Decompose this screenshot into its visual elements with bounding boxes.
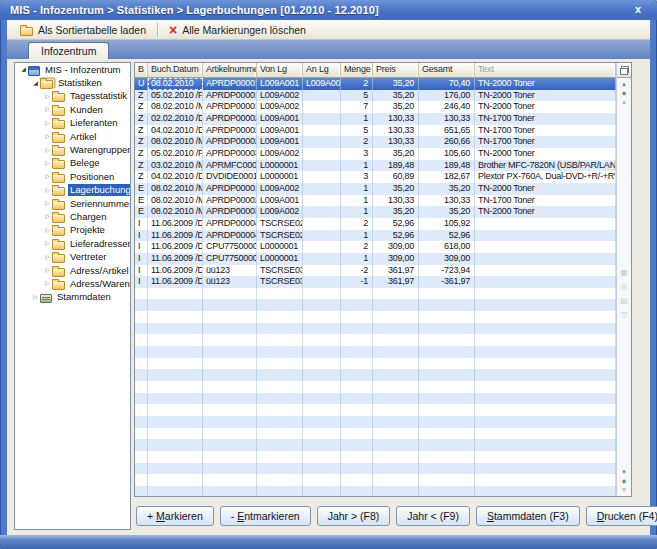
collapsed-node-icon[interactable]: ▷	[43, 144, 52, 157]
grid-row[interactable]: E08.02.2010 /MoAPRDP00001L009A002135,203…	[135, 183, 616, 195]
empty-grid-row[interactable]	[135, 381, 616, 393]
grid-row[interactable]: Z02.02.2010 /DiAPRDP00002L009A0011130,33…	[135, 113, 616, 125]
collapsed-node-icon[interactable]: ▷	[31, 291, 40, 304]
empty-grid-row[interactable]	[135, 311, 616, 323]
tree-item-vertreter[interactable]: ▷Vertreter	[15, 250, 130, 263]
collapsed-node-icon[interactable]: ▷	[43, 90, 52, 103]
grid-row[interactable]: Z05.02.2010 /FrAPRDP00003L009A002335,201…	[135, 148, 616, 160]
column-header-menge[interactable]: Menge	[341, 63, 373, 77]
empty-grid-row[interactable]	[135, 323, 616, 335]
tree-item-artikel[interactable]: ▷Artikel	[15, 130, 130, 143]
column-header-preis[interactable]: Preis	[373, 63, 419, 77]
tree-item-seriennummern[interactable]: ▷Seriennummern	[15, 197, 130, 210]
tree-item-lieferanten[interactable]: ▷Lieferanten	[15, 117, 130, 130]
tree-item-warengruppen[interactable]: ▷Warengruppen	[15, 143, 130, 156]
tree-item-stammdaten[interactable]: ▷Stammdaten	[15, 291, 130, 304]
tree-item-projekte[interactable]: ▷Projekte	[15, 224, 130, 237]
empty-grid-row[interactable]	[135, 358, 616, 370]
titlebar[interactable]: MIS - Infozentrum > Statistiken > Lagerb…	[0, 0, 657, 20]
expanded-node-icon[interactable]: ◢	[31, 77, 40, 90]
column-header-b[interactable]: B	[135, 63, 148, 77]
cell-datum-editing[interactable]: 08.02.2010	[148, 78, 203, 90]
current-record-icon[interactable]: ◆	[622, 90, 627, 96]
grid-row[interactable]: I11.06.2009 /DoCPU77500007L00000012309,0…	[135, 241, 616, 253]
tree-item-adress-warengruppen[interactable]: ▷Adress/Warengruppen	[15, 277, 130, 290]
collapsed-node-icon[interactable]: ▷	[43, 210, 52, 223]
column-header-datum[interactable]: Buch.Datum	[148, 63, 203, 77]
filter-icon[interactable]: ▽	[621, 310, 627, 319]
tree-item-adress-artikel[interactable]: ▷Adress/Artikel	[15, 264, 130, 277]
empty-grid-row[interactable]	[135, 299, 616, 311]
grid-row[interactable]: Z05.02.2010 /FrAPRDP00001L009A002535,201…	[135, 90, 616, 102]
collapsed-node-icon[interactable]: ▷	[43, 103, 52, 116]
grid-row[interactable]: I11.06.2009 /DoAPRDP00004TSCRSE02252,961…	[135, 218, 616, 230]
empty-grid-row[interactable]	[135, 346, 616, 358]
collapsed-node-icon[interactable]: ▷	[43, 237, 52, 250]
grid-row[interactable]: U08.02.2010APRDP00001L009A001L009A002235…	[135, 78, 616, 90]
collapsed-node-icon[interactable]: ▷	[43, 224, 52, 237]
scroll-end-icon[interactable]: ▼	[621, 487, 627, 493]
collapsed-node-icon[interactable]: ▷	[43, 184, 52, 197]
clear-marks-button[interactable]: × Alle Markierungen löschen	[162, 21, 313, 39]
column-header-an[interactable]: An Lg	[303, 63, 341, 77]
scroll-down-icon[interactable]: ▼	[621, 469, 627, 475]
collapsed-node-icon[interactable]: ▷	[43, 251, 52, 264]
empty-grid-row[interactable]	[135, 486, 616, 496]
empty-grid-row[interactable]	[135, 463, 616, 475]
markieren-button[interactable]: + Markieren	[136, 506, 214, 526]
empty-grid-row[interactable]	[135, 451, 616, 463]
grid-row[interactable]: Z08.02.2010 /MoAPRDP00001L009A002735,202…	[135, 101, 616, 113]
stammdaten-f3-button[interactable]: Stammdaten (F3)	[476, 506, 580, 526]
grid-row[interactable]: Z04.02.2010 /DoDVDIDE00016L0000001360,89…	[135, 171, 616, 183]
tree-item-positionen[interactable]: ▷Positionen	[15, 170, 130, 183]
grid-row[interactable]: I11.06.2009 /Doüü123TSCRSE03-2361,97-723…	[135, 265, 616, 277]
tree-item-lagerbuchungen[interactable]: ▷Lagerbuchungen	[15, 184, 130, 197]
tree-item-tagesstatistik[interactable]: ▷Tagesstatistik	[15, 90, 130, 103]
scroll-up-icon[interactable]: ▲	[621, 99, 627, 105]
empty-grid-row[interactable]	[135, 416, 616, 428]
grid-row[interactable]: Z04.02.2010 /DoAPRDP00002L009A0015130,33…	[135, 125, 616, 137]
entmarkieren-button[interactable]: - Entmarkieren	[220, 506, 311, 526]
empty-grid-row[interactable]	[135, 439, 616, 451]
column-options-button[interactable]	[617, 63, 631, 78]
column-header-von[interactable]: Von Lg	[257, 63, 303, 77]
drucken-f4-button[interactable]: Drucken (F4)	[586, 506, 657, 526]
list-view-icon[interactable]: ▤	[620, 296, 628, 305]
expanded-node-icon[interactable]: ◢	[19, 63, 28, 76]
tree-item-chargen[interactable]: ▷Chargen	[15, 210, 130, 223]
scroll-top-icon[interactable]: ▲	[621, 81, 627, 87]
collapsed-node-icon[interactable]: ▷	[43, 130, 52, 143]
empty-grid-row[interactable]	[135, 288, 616, 300]
close-icon[interactable]: x	[629, 2, 647, 17]
jahr-f8-button[interactable]: Jahr > (F8)	[317, 506, 391, 526]
grid-row[interactable]: I11.06.2009 /DoCPU77500007L00000011309,0…	[135, 253, 616, 265]
collapsed-node-icon[interactable]: ▷	[43, 264, 52, 277]
empty-grid-row[interactable]	[135, 404, 616, 416]
tree-item-mis-infozentrum[interactable]: ◢MIS - Infozentrum	[15, 63, 130, 76]
collapsed-node-icon[interactable]: ▷	[43, 197, 52, 210]
tree-item-kunden[interactable]: ▷Kunden	[15, 103, 130, 116]
grid-row[interactable]: I11.06.2009 /Doüü123TSCRSE03-1361,97-361…	[135, 276, 616, 288]
tab-infozentrum[interactable]: Infozentrum	[28, 42, 109, 59]
column-header-text[interactable]: Text	[475, 63, 616, 77]
tree-item-lieferadressen[interactable]: ▷Lieferadressen	[15, 237, 130, 250]
empty-grid-row[interactable]	[135, 393, 616, 405]
empty-grid-row[interactable]	[135, 369, 616, 381]
search-icon[interactable]: ◎	[621, 282, 628, 291]
collapsed-node-icon[interactable]: ▷	[43, 277, 52, 290]
tree-item-statistiken[interactable]: ◢Statistiken	[15, 76, 130, 89]
column-header-gesamt[interactable]: Gesamt	[419, 63, 475, 77]
empty-grid-row[interactable]	[135, 334, 616, 346]
jahr-f9-button[interactable]: Jahr < (F9)	[396, 506, 470, 526]
grid-row[interactable]: Z08.02.2010 /MoAPRDP00002L009A0012130,33…	[135, 136, 616, 148]
column-header-artikel[interactable]: Artikelnummer	[203, 63, 257, 77]
collapsed-node-icon[interactable]: ▷	[43, 157, 52, 170]
grid-view-icon[interactable]: ▦	[620, 268, 628, 277]
load-sorttable-button[interactable]: Als Sortiertabelle laden	[13, 21, 153, 39]
empty-grid-row[interactable]	[135, 428, 616, 440]
grid-row[interactable]: E08.02.2010 /MoAPRDP00002L009A0011130,33…	[135, 195, 616, 207]
tree-item-belege[interactable]: ▷Belege	[15, 157, 130, 170]
collapsed-node-icon[interactable]: ▷	[43, 117, 52, 130]
insert-marker-icon[interactable]: ◆	[622, 478, 627, 484]
empty-grid-row[interactable]	[135, 474, 616, 486]
